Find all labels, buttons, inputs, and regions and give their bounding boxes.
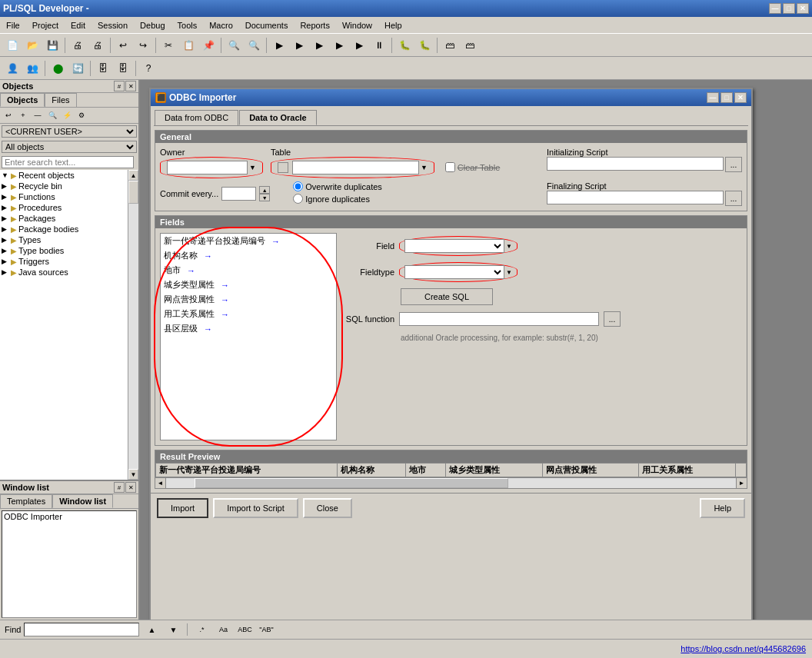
objects-dropdown-select[interactable]: All objects xyxy=(2,141,137,153)
field-select[interactable] xyxy=(404,239,504,253)
obj-settings-btn[interactable]: ⚙ xyxy=(75,109,88,121)
winlist-pin-btn[interactable]: # xyxy=(114,482,125,493)
objects-dropdown-container[interactable]: All objects xyxy=(2,141,137,153)
tb-save-btn[interactable]: 💾 xyxy=(43,37,62,54)
help-btn[interactable]: Help xyxy=(700,498,745,518)
find-case-btn[interactable]: Aa xyxy=(214,621,232,638)
tb-exec4-btn[interactable]: ▶ xyxy=(330,37,348,54)
obj-filter-btn[interactable]: ⚡ xyxy=(60,109,74,121)
tb2-user-btn[interactable]: 👤 xyxy=(3,60,22,77)
tb-find2-btn[interactable]: 🔍 xyxy=(245,37,263,54)
tree-procedures[interactable]: ▶ ▶ Procedures xyxy=(0,202,128,213)
menu-tools[interactable]: Tools xyxy=(171,19,204,32)
init-script-browse-btn[interactable]: ... xyxy=(725,157,742,172)
sql-function-browse-btn[interactable]: ... xyxy=(604,311,621,327)
tb2-user2-btn[interactable]: 👥 xyxy=(23,60,42,77)
import-to-script-btn[interactable]: Import to Script xyxy=(213,498,298,518)
tb-new-btn[interactable]: 📄 xyxy=(3,37,22,54)
tree-java-sources[interactable]: ▶ ▶ Java sources xyxy=(0,267,128,277)
table-dropdown-arrow[interactable]: ▼ xyxy=(421,164,428,171)
winlist-item-odbc[interactable]: ODBC Importer xyxy=(2,511,136,522)
overwrite-radio[interactable] xyxy=(293,181,303,191)
scroll-down-btn[interactable]: ▼ xyxy=(128,469,138,480)
winlist-close-btn[interactable]: ✕ xyxy=(125,482,136,493)
find-prev-btn[interactable]: ▲ xyxy=(142,621,161,638)
tb-exec2-btn[interactable]: ▶ xyxy=(290,37,308,54)
tab-data-to-oracle[interactable]: Data to Oracle xyxy=(239,110,317,125)
h-scroll-left-btn[interactable]: ◄ xyxy=(155,478,166,488)
tb-exec5-btn[interactable]: ▶ xyxy=(350,37,368,54)
tb-paste-btn[interactable]: 📌 xyxy=(199,37,218,54)
tb2-help-btn[interactable]: ? xyxy=(139,60,158,77)
tb-print-btn[interactable]: 🖨 xyxy=(68,37,87,54)
find-symbols-btn[interactable]: "AB" xyxy=(257,621,275,638)
menu-window[interactable]: Window xyxy=(336,19,378,32)
fieldtype-select[interactable] xyxy=(404,265,504,279)
obj-refresh-btn[interactable]: ↩ xyxy=(2,109,15,121)
tb-debug2-btn[interactable]: 🐛 xyxy=(415,37,434,54)
app-close-btn[interactable]: ✕ xyxy=(797,3,809,14)
final-script-browse-btn[interactable]: ... xyxy=(725,191,742,206)
tab-window-list[interactable]: Window list xyxy=(52,494,113,508)
commit-spin-up[interactable]: ▲ xyxy=(259,186,270,194)
obj-search-btn[interactable]: 🔍 xyxy=(45,109,59,121)
clear-table-checkbox[interactable] xyxy=(445,162,455,172)
tb2-db3-btn[interactable]: 🗄 xyxy=(94,60,112,77)
owner-input[interactable] xyxy=(167,161,248,174)
find-regex-btn[interactable]: .* xyxy=(192,621,211,638)
tree-package-bodies[interactable]: ▶ ▶ Package bodies xyxy=(0,224,128,234)
tb-debug-btn[interactable]: 🐛 xyxy=(395,37,414,54)
final-script-input[interactable] xyxy=(547,191,724,204)
create-sql-btn[interactable]: Create SQL xyxy=(401,288,493,305)
menu-project[interactable]: Project xyxy=(26,19,65,32)
tb-exec-btn[interactable]: ▶ xyxy=(270,37,288,54)
field-item-5[interactable]: 用工关系属性 → xyxy=(161,307,336,321)
tab-files[interactable]: Files xyxy=(45,93,76,107)
tb2-green-btn[interactable]: ⬤ xyxy=(48,60,67,77)
tree-triggers[interactable]: ▶ ▶ Triggers xyxy=(0,256,128,267)
scroll-thumb[interactable] xyxy=(128,181,138,204)
field-item-4[interactable]: 网点营投属性 → xyxy=(161,292,336,307)
tree-type-bodies[interactable]: ▶ ▶ Type bodies xyxy=(0,245,128,256)
tb-print2-btn[interactable]: 🖨 xyxy=(88,37,107,54)
tb-exec3-btn[interactable]: ▶ xyxy=(310,37,328,54)
menu-reports[interactable]: Reports xyxy=(294,19,336,32)
tab-data-from-odbc[interactable]: Data from ODBC xyxy=(155,110,238,125)
field-list[interactable]: 新一代寄递平台投递局编号 → 机构名称 → 地市 → xyxy=(160,233,337,440)
ignore-radio[interactable] xyxy=(293,194,303,204)
h-scroll-right-btn[interactable]: ► xyxy=(736,478,747,488)
sql-function-input[interactable] xyxy=(399,312,599,326)
objects-panel-pin-btn[interactable]: # xyxy=(114,81,125,91)
commit-spin-down[interactable]: ▼ xyxy=(259,194,270,201)
tab-objects[interactable]: Objects xyxy=(0,93,45,107)
tb-db2-btn[interactable]: 🗃 xyxy=(461,37,479,54)
menu-session[interactable]: Session xyxy=(92,19,134,32)
tb-open-btn[interactable]: 📂 xyxy=(23,37,42,54)
tree-types[interactable]: ▶ ▶ Types xyxy=(0,234,128,245)
find-abc-btn[interactable]: ABC xyxy=(235,621,254,638)
find-next-btn[interactable]: ▼ xyxy=(164,621,182,638)
search-box[interactable] xyxy=(2,156,137,168)
dialog-minimize-btn[interactable]: — xyxy=(707,92,719,103)
tree-functions[interactable]: ▶ ▶ Functions xyxy=(0,191,128,202)
menu-macro[interactable]: Macro xyxy=(203,19,239,32)
import-btn[interactable]: Import xyxy=(157,498,208,518)
dialog-maximize-btn[interactable]: □ xyxy=(720,92,733,103)
user-dropdown-select[interactable]: <CURRENT USER> xyxy=(2,125,137,138)
menu-documents[interactable]: Documents xyxy=(239,19,295,32)
table-input[interactable] xyxy=(292,161,419,174)
init-script-input[interactable] xyxy=(547,157,724,171)
tb2-db4-btn[interactable]: 🗄 xyxy=(114,60,132,77)
tree-packages[interactable]: ▶ ▶ Packages xyxy=(0,213,128,224)
obj-add-btn[interactable]: + xyxy=(16,109,30,121)
field-item-6[interactable]: 县区层级 → xyxy=(161,321,336,336)
find-input[interactable] xyxy=(24,623,139,636)
objects-panel-close-btn[interactable]: ✕ xyxy=(125,81,136,91)
app-minimize-btn[interactable]: — xyxy=(769,3,781,14)
field-item-2[interactable]: 地市 → xyxy=(161,263,336,277)
field-item-0[interactable]: 新一代寄递平台投递局编号 → xyxy=(161,234,336,248)
commit-input[interactable]: 100 xyxy=(221,187,256,201)
menu-help[interactable]: Help xyxy=(378,19,408,32)
field-item-3[interactable]: 城乡类型属性 → xyxy=(161,277,336,292)
menu-edit[interactable]: Edit xyxy=(65,19,92,32)
